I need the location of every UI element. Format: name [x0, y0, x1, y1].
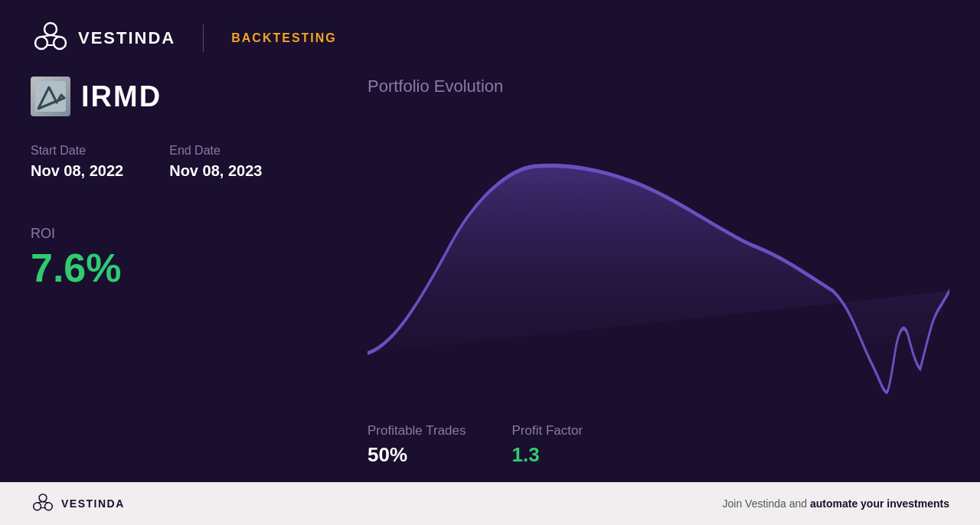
end-date-value: Nov 08, 2023: [169, 162, 262, 180]
start-date-label: Start Date: [31, 144, 123, 158]
right-panel: Portfolio Evolution Profitabl: [337, 77, 949, 467]
profitable-trades-value: 50%: [368, 443, 466, 467]
svg-point-10: [44, 503, 52, 510]
svg-line-11: [38, 502, 43, 503]
svg-point-9: [34, 503, 41, 510]
end-date-block: End Date Nov 08, 2023: [169, 144, 262, 180]
profitable-trades-block: Profitable Trades 50%: [368, 423, 466, 467]
svg-point-1: [35, 37, 47, 49]
roi-label: ROI: [31, 226, 337, 242]
body-area: IRMD Start Date Nov 08, 2022 End Date No…: [0, 77, 980, 482]
end-date-label: End Date: [169, 144, 262, 158]
profit-factor-value: 1.3: [512, 443, 583, 467]
svg-point-8: [39, 494, 47, 502]
chart-area: [368, 104, 949, 416]
roi-value: 7.6%: [31, 245, 337, 291]
stats-row: Profitable Trades 50% Profit Factor 1.3: [368, 416, 949, 467]
roi-section: ROI 7.6%: [31, 226, 337, 291]
logo-area: VESTINDA: [31, 18, 175, 58]
profit-factor-block: Profit Factor 1.3: [512, 423, 583, 467]
footer-tagline-bold: automate your investments: [810, 497, 949, 510]
profitable-trades-label: Profitable Trades: [368, 423, 466, 439]
footer: VESTINDA Join Vestinda and automate your…: [0, 482, 980, 525]
footer-tagline-plain: Join Vestinda and: [723, 497, 810, 510]
main-content: VESTINDA BACKTESTING IRMD Start Date Nov: [0, 0, 980, 482]
chart-title: Portfolio Evolution: [368, 77, 949, 96]
footer-logo-text: VESTINDA: [61, 497, 125, 510]
start-date-value: Nov 08, 2022: [31, 162, 123, 180]
header-divider: [203, 24, 204, 52]
ticker-name: IRMD: [81, 80, 162, 113]
footer-logo-icon: [31, 491, 55, 516]
section-label: BACKTESTING: [231, 31, 337, 45]
svg-line-4: [51, 35, 60, 37]
ticker-icon: [31, 77, 70, 116]
dates-row: Start Date Nov 08, 2022 End Date Nov 08,…: [31, 144, 337, 180]
ticker-row: IRMD: [31, 77, 337, 116]
logo-text: VESTINDA: [78, 28, 175, 48]
header: VESTINDA BACKTESTING: [0, 0, 980, 77]
footer-logo: VESTINDA: [31, 491, 125, 516]
svg-line-3: [41, 35, 51, 37]
profit-factor-label: Profit Factor: [512, 423, 583, 439]
left-panel: IRMD Start Date Nov 08, 2022 End Date No…: [31, 77, 337, 467]
svg-line-12: [43, 502, 48, 503]
svg-point-0: [44, 23, 57, 35]
svg-point-2: [54, 37, 66, 49]
start-date-block: Start Date Nov 08, 2022: [31, 144, 123, 180]
footer-tagline: Join Vestinda and automate your investme…: [723, 497, 949, 510]
vestinda-logo-icon: [31, 18, 70, 58]
